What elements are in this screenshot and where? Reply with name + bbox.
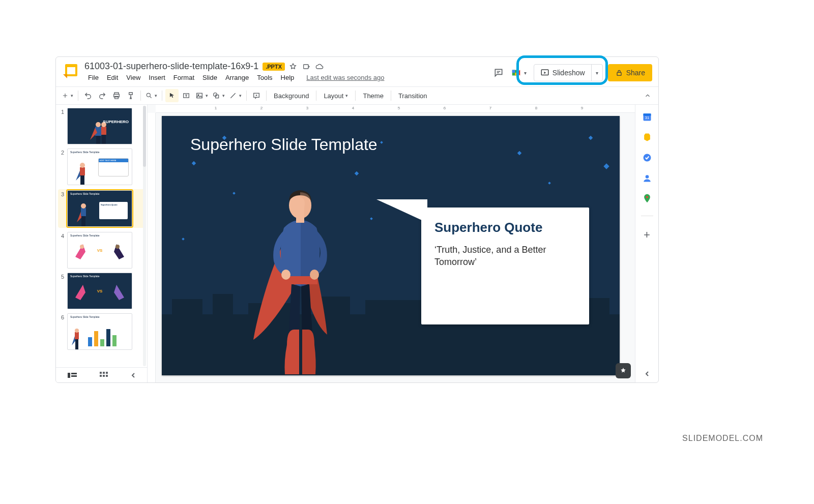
print-button[interactable] bbox=[110, 89, 123, 102]
new-slide-button[interactable] bbox=[60, 89, 75, 102]
background-button[interactable]: Background bbox=[270, 89, 313, 102]
thumb-5[interactable]: Superhero Slide Template VS bbox=[67, 273, 132, 309]
menu-format[interactable]: Format bbox=[170, 73, 198, 82]
canvas[interactable]: 12 34 56 78 9 Superhero Slide bbox=[148, 105, 635, 382]
filmstrip-list-view-icon[interactable] bbox=[68, 372, 77, 379]
thumb-4-row[interactable]: 4 Superhero Slide Template VS bbox=[58, 232, 145, 269]
select-tool-button[interactable] bbox=[165, 89, 179, 102]
keep-icon[interactable] bbox=[642, 132, 652, 142]
svg-point-24 bbox=[80, 163, 85, 168]
svg-rect-41 bbox=[106, 375, 108, 377]
thumb-2[interactable]: Superhero Slide Template EDIT TEXT HERE bbox=[67, 149, 132, 185]
menu-file[interactable]: File bbox=[84, 73, 102, 82]
menu-help[interactable]: Help bbox=[277, 73, 298, 82]
star-icon[interactable] bbox=[289, 63, 297, 71]
calendar-icon[interactable]: 31 bbox=[642, 112, 652, 122]
zoom-button[interactable] bbox=[144, 89, 159, 102]
cloud-status-icon[interactable] bbox=[315, 63, 324, 71]
filmstrip-collapse-icon[interactable] bbox=[131, 372, 136, 378]
paint-format-button[interactable] bbox=[124, 89, 137, 102]
image-button[interactable] bbox=[194, 89, 210, 102]
explore-button[interactable] bbox=[616, 363, 631, 378]
slideshow-button-group: Slideshow ▾ bbox=[534, 64, 603, 81]
svg-rect-33 bbox=[68, 373, 70, 378]
svg-rect-19 bbox=[101, 127, 106, 135]
quote-body[interactable]: ‘Truth, Justice, and a Better Tomorrow’ bbox=[434, 244, 576, 269]
svg-rect-39 bbox=[100, 375, 102, 377]
last-edit-link[interactable]: Last edit was seconds ago bbox=[303, 73, 388, 82]
textbox-button[interactable] bbox=[180, 89, 193, 102]
move-icon[interactable] bbox=[302, 63, 310, 71]
menu-insert[interactable]: Insert bbox=[145, 73, 169, 82]
menu-arrange[interactable]: Arrange bbox=[222, 73, 252, 82]
svg-rect-5 bbox=[617, 72, 621, 75]
slideshow-button[interactable]: Slideshow bbox=[534, 65, 591, 81]
collapse-toolbar-button[interactable] bbox=[641, 89, 654, 102]
thumb-3[interactable]: Superhero Slide Template Superhero Quote bbox=[67, 190, 132, 227]
superhero-graphic[interactable] bbox=[248, 177, 350, 375]
pptx-badge: .PPTX bbox=[263, 63, 285, 71]
thumb-3-row[interactable]: 3 Superhero Slide Template Superhero Quo… bbox=[58, 189, 145, 228]
thumb-5-row[interactable]: 5 Superhero Slide Template VS bbox=[58, 273, 145, 309]
menubar: File Edit View Insert Format Slide Arran… bbox=[84, 73, 388, 82]
comment-button[interactable] bbox=[250, 89, 263, 102]
tasks-icon[interactable] bbox=[642, 153, 652, 163]
svg-point-9 bbox=[147, 93, 150, 97]
svg-rect-34 bbox=[71, 373, 77, 374]
thumb-number: 1 bbox=[58, 108, 64, 144]
thumb-6[interactable]: Superhero Slide Template bbox=[67, 313, 132, 350]
titlebar: 61003-01-superhero-slide-template-16x9-1… bbox=[56, 57, 658, 86]
svg-point-27 bbox=[81, 203, 86, 209]
google-slides-window: 61003-01-superhero-slide-template-16x9-1… bbox=[55, 56, 659, 383]
line-button[interactable] bbox=[227, 89, 243, 102]
svg-rect-26 bbox=[81, 216, 85, 226]
menu-edit[interactable]: Edit bbox=[103, 73, 122, 82]
speech-bubble[interactable]: Superhero Quote ‘Truth, Justice, and a B… bbox=[421, 207, 589, 324]
vs-label: VS bbox=[97, 289, 103, 293]
svg-point-43 bbox=[281, 270, 290, 280]
svg-rect-38 bbox=[106, 372, 108, 374]
svg-rect-22 bbox=[80, 167, 85, 175]
slides-app-icon[interactable] bbox=[61, 62, 79, 80]
maps-icon[interactable] bbox=[642, 193, 652, 203]
svg-point-52 bbox=[646, 196, 648, 198]
slide-title[interactable]: Superhero Slide Template bbox=[190, 135, 377, 154]
slide-canvas[interactable]: Superhero Slide Template bbox=[162, 116, 620, 375]
svg-point-29 bbox=[115, 245, 120, 249]
layout-button[interactable]: Layout bbox=[319, 89, 352, 102]
thumb-1[interactable]: SUPERHERO bbox=[67, 108, 132, 144]
menu-slide[interactable]: Slide bbox=[199, 73, 221, 82]
thumb-6-row[interactable]: 6 Superhero Slide Template bbox=[58, 313, 145, 350]
meet-dropdown[interactable]: ▾ bbox=[511, 67, 529, 78]
theme-button[interactable]: Theme bbox=[359, 89, 387, 102]
thumb-2-row[interactable]: 2 Superhero Slide Template EDIT TEXT HER… bbox=[58, 149, 145, 185]
shape-button[interactable] bbox=[211, 89, 226, 102]
thumb-1-title: SUPERHERO bbox=[103, 120, 129, 124]
document-title[interactable]: 61003-01-superhero-slide-template-16x9-1 bbox=[84, 61, 258, 72]
quote-heading[interactable]: Superhero Quote bbox=[434, 220, 576, 235]
present-icon bbox=[540, 68, 549, 77]
filmstrip-grid-view-icon[interactable] bbox=[100, 372, 108, 379]
sidepanel-collapse-button[interactable] bbox=[644, 370, 650, 377]
transition-button[interactable]: Transition bbox=[394, 89, 431, 102]
svg-rect-0 bbox=[304, 65, 308, 69]
thumb-2-boxhead: EDIT TEXT HERE bbox=[99, 159, 128, 162]
thumb-4[interactable]: Superhero Slide Template VS bbox=[67, 232, 132, 269]
svg-rect-25 bbox=[81, 208, 86, 216]
menu-view[interactable]: View bbox=[123, 73, 144, 82]
thumb-number: 2 bbox=[58, 149, 64, 185]
add-addon-button[interactable]: + bbox=[644, 228, 650, 242]
redo-button[interactable] bbox=[96, 89, 109, 102]
watermark: SLIDEMODEL.COM bbox=[682, 434, 763, 443]
contacts-icon[interactable] bbox=[642, 173, 652, 183]
lock-icon bbox=[615, 69, 623, 77]
menu-tools[interactable]: Tools bbox=[253, 73, 276, 82]
slideshow-dropdown-button[interactable]: ▾ bbox=[591, 65, 602, 81]
open-comments-button[interactable] bbox=[491, 66, 506, 80]
thumb-number: 5 bbox=[58, 273, 64, 309]
thumb-1-row[interactable]: 1 SUPERHERO bbox=[58, 108, 145, 144]
share-button[interactable]: Share bbox=[608, 64, 652, 81]
svg-point-28 bbox=[80, 245, 84, 249]
undo-button[interactable] bbox=[81, 89, 95, 102]
filmstrip-scrollbar[interactable] bbox=[143, 106, 146, 366]
